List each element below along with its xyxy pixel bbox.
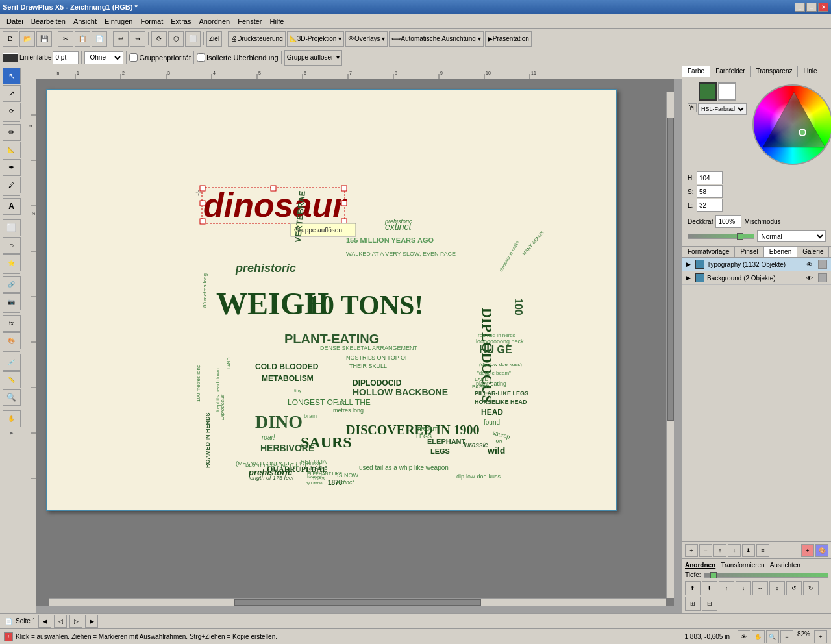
expand-icon-background[interactable]: ▶ <box>686 275 693 281</box>
h-input[interactable] <box>697 171 723 184</box>
tab-ebenen[interactable]: Ebenen <box>764 247 797 257</box>
bring-forward-btn[interactable]: ↑ <box>719 581 734 595</box>
eyedropper-tool[interactable]: 💉 <box>3 354 21 371</box>
redo-btn[interactable]: ↪ <box>130 31 145 47</box>
pt-input[interactable] <box>53 51 79 64</box>
align-btn[interactable]: ⬜ <box>185 31 201 47</box>
flip-v-btn[interactable]: ↕ <box>769 581 785 595</box>
node-tool[interactable]: ↗ <box>3 85 21 102</box>
nav-next-btn[interactable]: ▷ <box>69 615 82 628</box>
hscroll-thumb[interactable] <box>234 599 481 606</box>
tab-linie[interactable]: Linie <box>798 66 823 77</box>
ohne-select[interactable]: Ohne <box>84 51 123 64</box>
color-wheel[interactable] <box>752 84 831 165</box>
send-back-btn[interactable]: ⬇ <box>702 581 717 595</box>
menu-fenster[interactable]: Fenster <box>234 16 266 27</box>
delete-layer-btn[interactable]: − <box>699 544 712 557</box>
connector-tool[interactable]: 🔗 <box>3 276 21 293</box>
menu-anordnen[interactable]: Anordnen <box>195 16 234 27</box>
layer-background[interactable]: ▶ Background (2 Objekte) 👁 <box>682 271 831 285</box>
mix-mode-select[interactable]: Normal <box>757 230 826 242</box>
zoom-tool[interactable]: 🔍 <box>3 389 21 406</box>
menu-hilfe[interactable]: Hilfe <box>266 16 288 27</box>
save-btn[interactable]: 💾 <box>36 31 52 47</box>
layer-opts-btn[interactable]: ≡ <box>756 544 769 557</box>
drucksteuerung-btn[interactable]: 🖨 Drucksteuerung <box>228 31 286 47</box>
color-swatch-secondary[interactable] <box>718 82 736 101</box>
ausrichtung-btn[interactable]: ⟺ Automatische Ausrichtung ▾ <box>389 31 483 47</box>
tab-anordnen[interactable]: Anordnen <box>685 562 715 569</box>
fill-tool[interactable]: 🎨 <box>3 332 21 349</box>
bezier-tool[interactable]: ✒ <box>3 159 21 176</box>
color-swatch-primary[interactable] <box>699 82 717 101</box>
menu-datei[interactable]: Datei <box>3 16 27 27</box>
tab-ausrichten[interactable]: Ausrichten <box>770 562 800 569</box>
zoom-status-btn[interactable]: 🔍 <box>766 630 779 643</box>
nav-prev-btn[interactable]: ◁ <box>54 615 67 628</box>
photo-tool[interactable]: 📷 <box>3 293 21 310</box>
rotate-tool[interactable]: ⟳ <box>3 103 21 119</box>
tab-transparenz[interactable]: Transparenz <box>751 66 799 77</box>
praesentation-btn[interactable]: ▶ Präsentation <box>485 31 532 47</box>
rect-tool[interactable]: ⬜ <box>3 219 21 236</box>
merge-btn[interactable]: ⬇ <box>742 544 755 557</box>
overlays-btn[interactable]: 👁 Overlays ▾ <box>345 31 388 47</box>
layer-color-btn[interactable]: 🎨 <box>815 544 828 557</box>
color-model-select[interactable]: HSL-Farbrad <box>698 103 747 115</box>
move-down-btn[interactable]: ↓ <box>728 544 741 557</box>
color-wheel-container[interactable] <box>750 82 831 167</box>
tab-farbfelder[interactable]: Farbfelder <box>710 66 751 77</box>
layer-new-btn[interactable]: + <box>801 544 814 557</box>
cut-btn[interactable]: ✂ <box>58 31 73 47</box>
paste-btn[interactable]: 📄 <box>92 31 107 47</box>
expand-icon-typography[interactable]: ▶ <box>686 261 693 267</box>
titlebar-controls[interactable]: _ □ ✕ <box>795 3 828 12</box>
gruppenprior-check[interactable] <box>129 53 138 62</box>
text-tool[interactable]: A <box>3 198 21 215</box>
transform-btn[interactable]: ⬡ <box>168 31 184 47</box>
quickshape-tool[interactable]: ⭐ <box>3 254 21 271</box>
opacity-input[interactable] <box>715 215 741 228</box>
menu-ansicht[interactable]: Ansicht <box>69 16 101 27</box>
move-up-btn[interactable]: ↑ <box>713 544 726 557</box>
zoom-in-btn[interactable]: + <box>814 630 827 643</box>
rotate-cw-btn[interactable]: ↻ <box>803 581 819 595</box>
rotate-ccw-btn[interactable]: ↺ <box>786 581 802 595</box>
zoom-out-btn[interactable]: − <box>780 630 793 643</box>
tab-formatvorlage[interactable]: Formatvorlage <box>682 247 735 257</box>
fx-tool[interactable]: fx <box>3 315 21 332</box>
eyedropper-color-btn[interactable]: 🖱 <box>688 103 697 112</box>
close-btn[interactable]: ✕ <box>818 3 828 12</box>
dimension-tool[interactable]: 📏 <box>3 371 21 388</box>
flip-h-btn[interactable]: ↔ <box>752 581 768 595</box>
next-page-btn[interactable]: ▶ <box>85 615 98 628</box>
tab-transformieren[interactable]: Transformieren <box>721 562 764 569</box>
menu-bearbeiten[interactable]: Bearbeiten <box>27 16 69 27</box>
add-layer-btn[interactable]: + <box>685 544 698 557</box>
gruppe-aufloesen-btn[interactable]: Gruppe auflösen ▾ <box>284 50 343 66</box>
hand-status-btn[interactable]: ✋ <box>752 630 765 643</box>
ziel-btn[interactable]: Ziel <box>206 31 222 47</box>
copy-btn[interactable]: 📋 <box>75 31 90 47</box>
l-input[interactable] <box>697 199 723 212</box>
canvas-scroll[interactable]: dinosaur ⊹ <box>36 79 674 606</box>
open-btn[interactable]: 📂 <box>19 31 35 47</box>
prev-page-btn[interactable]: ◀ <box>38 615 51 628</box>
eye-icon-background[interactable]: 👁 <box>806 275 815 282</box>
paintbrush-tool[interactable]: 🖊 <box>3 177 21 193</box>
opacity-slider-thumb[interactable] <box>737 233 743 240</box>
vscroll-thumb[interactable] <box>667 118 674 421</box>
canvas-container[interactable]: in 1 2 3 4 5 6 7 8 9 10 <box>23 66 682 613</box>
tiefe-thumb[interactable] <box>710 572 717 578</box>
vertical-scrollbar[interactable] <box>666 92 674 598</box>
tab-pinsel[interactable]: Pinsel <box>735 247 763 257</box>
pen-tool[interactable]: ✏ <box>3 124 21 141</box>
tiefe-slider[interactable] <box>704 573 828 578</box>
ungroup-btn[interactable]: ⊟ <box>702 597 717 611</box>
tab-galerie[interactable]: Galerie <box>797 247 829 257</box>
hand-tool[interactable]: ✋ <box>3 410 21 427</box>
rotate-btn[interactable]: ⟳ <box>151 31 167 47</box>
s-input[interactable] <box>697 185 723 198</box>
projektion-btn[interactable]: 📐 3D-Projektion ▾ <box>287 31 344 47</box>
horizontal-scrollbar[interactable] <box>49 598 666 606</box>
